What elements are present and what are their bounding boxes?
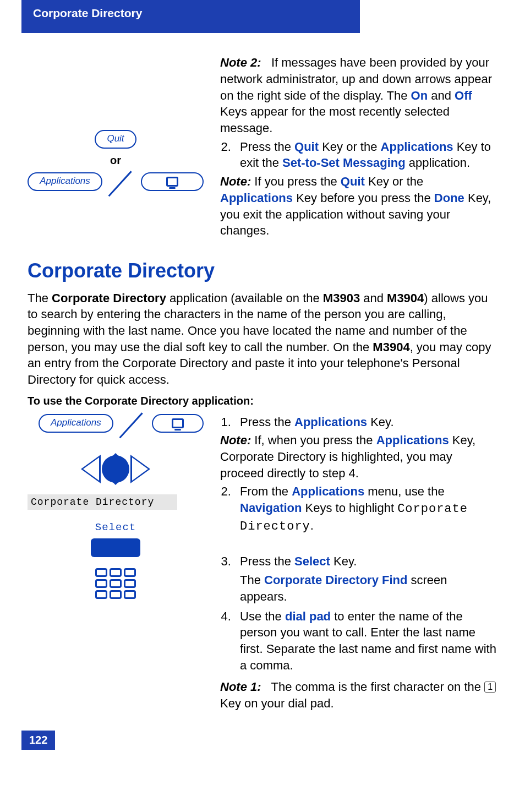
quit-key-ref2: Quit <box>341 175 365 188</box>
quit-softkey: Quit <box>95 130 136 149</box>
s1-tail: Key. <box>367 415 394 429</box>
quit-label: Quit <box>107 133 124 145</box>
select-label: Select <box>28 521 204 535</box>
s1-note-label: Note: <box>220 433 251 447</box>
s2-pre: From the <box>240 484 292 498</box>
subtitle: To use the Corporate Directory applicati… <box>28 394 497 408</box>
upper-step-2: Press the Quit Key or the Applications K… <box>234 139 497 171</box>
screen-icon <box>166 177 178 187</box>
sts-ref: Set-to-Set Messaging <box>282 156 406 170</box>
m3904: M3904 <box>387 291 424 305</box>
header-title: Corporate Directory <box>33 7 142 19</box>
page-number: 122 <box>21 731 55 750</box>
apps-key-ref2: Applications <box>220 191 293 205</box>
off-key: Off <box>455 89 472 102</box>
note-t3: Key before you press the <box>293 191 434 205</box>
dialpad-icon <box>28 568 204 599</box>
step-1: Press the Applications Key. <box>234 414 497 430</box>
nav-left-icon <box>81 455 101 483</box>
softkey-button-icon <box>91 538 140 557</box>
s1-note-pre: If, when you press the <box>251 433 376 447</box>
step-3: Press the Select Key. The Corporate Dire… <box>234 553 497 604</box>
s2-menu: Applications <box>292 484 364 498</box>
s3-body-key: Corporate Directory Find <box>264 573 407 587</box>
s3-pre: Press the <box>240 554 294 568</box>
note2-label: Note 2: <box>220 56 261 69</box>
section-title: Corporate Directory <box>28 258 497 285</box>
upper-left-illustration: Quit or Applications ／ <box>28 52 204 241</box>
note2-tail: Keys appear for the most recently select… <box>220 105 450 135</box>
m3904-2: M3904 <box>373 340 409 354</box>
applications-softkey-2: Applications <box>39 414 113 433</box>
intro-pre: The <box>28 291 52 305</box>
note-t1: If you press the <box>251 175 341 188</box>
screen-key <box>141 172 204 191</box>
applications-softkey: Applications <box>28 172 102 191</box>
intro-and: and <box>360 291 387 305</box>
intro-paragraph: The Corporate Directory application (ava… <box>28 290 497 388</box>
s3-key: Select <box>294 554 330 568</box>
s2-mid: Key or the <box>319 140 381 154</box>
step-2: From the Applications menu, use the Navi… <box>234 483 497 535</box>
upper-right-text: Note 2: If messages have been provided b… <box>220 52 497 241</box>
s1-key: Applications <box>294 415 367 429</box>
note-t2: Key or the <box>365 175 423 188</box>
note2-and: and <box>428 89 455 102</box>
step-4: Use the dial pad to enter the name of th… <box>234 608 497 674</box>
s1-note-key: Applications <box>376 433 449 447</box>
note1-tail: Key on your dial pad. <box>220 696 334 710</box>
note1-pre: The comma is the first character on the <box>268 680 484 694</box>
nav-right-icon <box>130 455 150 483</box>
s2-tail: application. <box>406 156 470 170</box>
applications-label: Applications <box>40 175 90 188</box>
lcd-corporate-directory: Corporate Directory <box>28 494 177 510</box>
quit-key-ref: Quit <box>294 140 319 154</box>
note1-label: Note 1: <box>220 680 261 694</box>
s2-nav: Navigation <box>240 501 302 515</box>
slash-icon: ／ <box>107 174 136 189</box>
s3-body-pre: The <box>240 573 264 587</box>
steps-right-text: Press the Applications Key. Note: If, wh… <box>220 412 497 714</box>
m3903: M3903 <box>323 291 360 305</box>
apps-key-ref: Applications <box>381 140 453 154</box>
slash-icon-2: ／ <box>118 416 147 430</box>
s1-pre: Press the <box>240 415 294 429</box>
cd-bold: Corporate Directory <box>52 291 166 305</box>
page-header: Corporate Directory <box>21 0 360 33</box>
intro-mid1: application (available on the <box>166 291 323 305</box>
note-1: Note 1: The comma is the first character… <box>220 679 497 711</box>
screen-icon-2 <box>172 418 184 428</box>
applications-label-2: Applications <box>51 417 101 429</box>
s4-key: dial pad <box>285 609 331 623</box>
screen-key-2 <box>152 414 204 433</box>
key-1-icon: 1 <box>484 682 496 693</box>
navigation-keys-icon <box>28 455 204 483</box>
s2-mid: menu, use the <box>364 484 445 498</box>
note-label: Note: <box>220 175 251 188</box>
s2-period: . <box>310 519 314 532</box>
nav-center-icon <box>102 455 129 483</box>
step1-note: Note: If, when you press the Application… <box>220 432 497 481</box>
s2-mid2: Keys to highlight <box>302 501 397 515</box>
s2-pre: Press the <box>240 140 294 154</box>
done-key: Done <box>434 191 464 205</box>
steps-left-illustrations: Applications ／ Corporate Directory Selec… <box>28 412 204 714</box>
s4-pre: Use the <box>240 609 285 623</box>
s3-tail: Key. <box>330 554 357 568</box>
on-key: On <box>411 89 428 102</box>
